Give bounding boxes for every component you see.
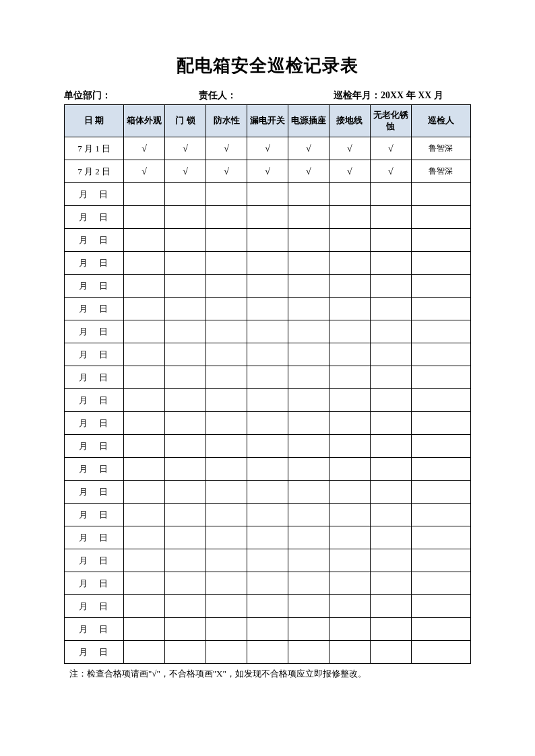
cell-check [247, 252, 288, 275]
cell-check [370, 435, 411, 458]
cell-date: 月 日 [65, 549, 124, 572]
table-row: 月 日 [65, 206, 471, 229]
table-row: 月 日 [65, 549, 471, 572]
cell-check [206, 481, 247, 504]
cell-check [288, 435, 329, 458]
cell-date: 月 日 [65, 298, 124, 320]
cell-check [124, 641, 165, 664]
cell-check [165, 526, 206, 549]
table-row: 月 日 [65, 412, 471, 435]
cell-check [288, 183, 329, 206]
cell-check [288, 229, 329, 252]
cell-inspector [411, 412, 470, 435]
cell-check: √ [247, 160, 288, 183]
cell-check [329, 183, 370, 206]
cell-check [124, 618, 165, 641]
cell-check: √ [370, 137, 411, 160]
cell-date: 7 月 2 日 [65, 160, 124, 183]
cell-check [124, 481, 165, 504]
cell-check [247, 275, 288, 298]
cell-date: 月 日 [65, 229, 124, 252]
cell-check [288, 641, 329, 664]
cell-check [247, 298, 288, 320]
cell-check [288, 618, 329, 641]
cell-check [370, 526, 411, 549]
th-date: 日 期 [65, 105, 124, 137]
cell-inspector [411, 252, 470, 275]
cell-check [247, 618, 288, 641]
cell-check [370, 298, 411, 320]
table-row: 月 日 [65, 183, 471, 206]
cell-check [206, 526, 247, 549]
th-col4: 漏电开关 [247, 105, 288, 137]
cell-check [206, 504, 247, 526]
table-row: 月 日 [65, 435, 471, 458]
th-col7: 无老化锈蚀 [370, 105, 411, 137]
cell-check [124, 298, 165, 320]
cell-check [247, 481, 288, 504]
cell-check: √ [165, 160, 206, 183]
cell-check [206, 366, 247, 389]
cell-check [124, 504, 165, 526]
cell-date: 月 日 [65, 206, 124, 229]
table-row: 月 日 [65, 641, 471, 664]
cell-check [288, 549, 329, 572]
cell-check [247, 320, 288, 343]
cell-check [329, 481, 370, 504]
cell-check [370, 206, 411, 229]
meta-row: 单位部门： 责任人： 巡检年月：20XX 年 XX 月 [64, 90, 471, 102]
cell-check [124, 435, 165, 458]
page-title: 配电箱安全巡检记录表 [64, 54, 471, 77]
cell-date: 7 月 1 日 [65, 137, 124, 160]
cell-date: 月 日 [65, 618, 124, 641]
cell-check [288, 366, 329, 389]
cell-check [124, 183, 165, 206]
cell-check [206, 618, 247, 641]
table-row: 7 月 1 日√√√√√√√鲁智深 [65, 137, 471, 160]
cell-check [288, 206, 329, 229]
cell-check [124, 389, 165, 412]
table-row: 月 日 [65, 320, 471, 343]
cell-check [288, 389, 329, 412]
cell-date: 月 日 [65, 412, 124, 435]
table-row: 月 日 [65, 458, 471, 481]
cell-check [124, 412, 165, 435]
cell-check [247, 343, 288, 366]
cell-check [370, 549, 411, 572]
cell-check [206, 595, 247, 618]
cell-check [370, 458, 411, 481]
cell-check [329, 595, 370, 618]
cell-check [370, 481, 411, 504]
cell-check [329, 458, 370, 481]
table-row: 月 日 [65, 343, 471, 366]
cell-check [124, 572, 165, 595]
cell-check [206, 183, 247, 206]
cell-check [329, 549, 370, 572]
cell-check [165, 458, 206, 481]
th-col3: 防水性 [206, 105, 247, 137]
cell-inspector [411, 481, 470, 504]
cell-check [288, 504, 329, 526]
cell-date: 月 日 [65, 572, 124, 595]
cell-check [165, 275, 206, 298]
cell-inspector [411, 641, 470, 664]
cell-check [124, 206, 165, 229]
cell-check [288, 320, 329, 343]
cell-check [370, 572, 411, 595]
cell-check [247, 526, 288, 549]
cell-check [165, 252, 206, 275]
cell-check [247, 389, 288, 412]
dept-label: 单位部门： [64, 90, 199, 102]
cell-check [206, 320, 247, 343]
cell-check [288, 343, 329, 366]
footer-note: 注：检查合格项请画"√"，不合格项画"X"，如发现不合格项应立即报修整改。 [64, 668, 471, 680]
cell-inspector [411, 183, 470, 206]
cell-check [370, 412, 411, 435]
cell-check [247, 183, 288, 206]
cell-inspector [411, 526, 470, 549]
table-row: 月 日 [65, 275, 471, 298]
cell-check [206, 412, 247, 435]
cell-date: 月 日 [65, 641, 124, 664]
cell-date: 月 日 [65, 458, 124, 481]
cell-date: 月 日 [65, 343, 124, 366]
